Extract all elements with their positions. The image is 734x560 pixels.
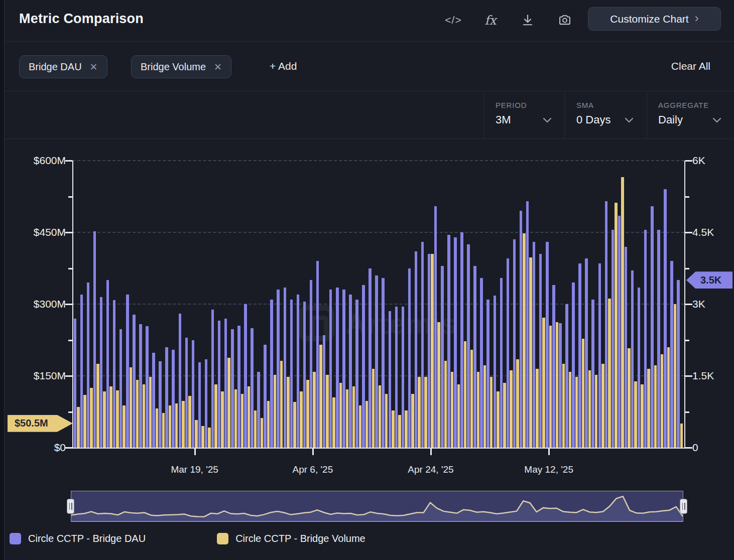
volume-bar[interactable]	[96, 364, 99, 448]
volume-bar[interactable]	[195, 420, 198, 448]
dau-bar[interactable]	[408, 268, 411, 448]
dau-bar[interactable]	[139, 324, 142, 448]
bar-group[interactable]	[408, 161, 414, 448]
bar-group[interactable]	[388, 161, 395, 448]
volume-bar[interactable]	[130, 367, 133, 448]
dau-bar[interactable]	[631, 270, 634, 448]
dau-bar[interactable]	[87, 283, 90, 448]
volume-bar[interactable]	[457, 384, 460, 448]
dau-bar[interactable]	[395, 307, 398, 448]
bar-group[interactable]	[309, 161, 316, 448]
clear-all-button[interactable]: Clear All	[671, 60, 710, 72]
bar-group[interactable]	[165, 161, 172, 448]
bar-group[interactable]	[336, 161, 342, 448]
dau-bar[interactable]	[74, 319, 77, 448]
bar-group[interactable]	[375, 161, 382, 448]
dau-bar[interactable]	[211, 310, 214, 448]
dau-bar[interactable]	[559, 323, 562, 448]
bar-group[interactable]	[657, 161, 664, 448]
volume-bar[interactable]	[392, 410, 395, 448]
dau-bar[interactable]	[565, 304, 568, 448]
dau-bar[interactable]	[284, 288, 287, 448]
dau-bar[interactable]	[290, 300, 293, 448]
bar-group[interactable]	[172, 161, 178, 448]
bar-group[interactable]	[526, 161, 532, 448]
bar-group[interactable]	[106, 161, 112, 448]
bar-group[interactable]	[500, 161, 506, 448]
dau-bar[interactable]	[100, 297, 103, 448]
bar-group[interactable]	[237, 161, 244, 448]
bar-group[interactable]	[473, 161, 480, 448]
volume-bar[interactable]	[516, 359, 519, 448]
bar-group[interactable]	[277, 161, 283, 448]
dau-bar[interactable]	[611, 230, 615, 448]
bar-group[interactable]	[454, 161, 460, 448]
volume-bar[interactable]	[214, 384, 217, 448]
volume-bar[interactable]	[359, 405, 362, 448]
dau-bar[interactable]	[224, 319, 227, 448]
volume-bar[interactable]	[234, 389, 237, 448]
download-icon[interactable]	[519, 12, 536, 29]
volume-bar[interactable]	[326, 375, 329, 448]
dau-bar[interactable]	[494, 296, 497, 448]
volume-bar[interactable]	[182, 401, 185, 448]
dau-bar[interactable]	[507, 258, 510, 448]
dau-bar[interactable]	[303, 302, 306, 448]
bar-group[interactable]	[133, 161, 139, 448]
bar-group[interactable]	[93, 161, 99, 448]
bar-group[interactable]	[264, 161, 270, 448]
bar-group[interactable]	[565, 161, 572, 448]
navigator-left-handle[interactable]	[67, 499, 74, 514]
bar-group[interactable]	[624, 161, 631, 448]
volume-bar[interactable]	[103, 391, 106, 448]
bar-group[interactable]	[257, 161, 264, 448]
volume-bar[interactable]	[143, 384, 146, 448]
bar-group[interactable]	[506, 161, 513, 448]
dau-bar[interactable]	[486, 300, 490, 448]
customize-chart-button[interactable]: Customize Chart ›	[588, 7, 721, 31]
legend-item-bridge-volume[interactable]: Circle CCTP - Bridge Volume	[217, 533, 365, 544]
dau-bar[interactable]	[355, 300, 358, 448]
volume-bar[interactable]	[608, 299, 611, 448]
dau-bar[interactable]	[513, 239, 516, 448]
dau-bar[interactable]	[185, 338, 188, 448]
bar-group[interactable]	[644, 161, 650, 448]
metric-chip-bridge-volume[interactable]: Bridge Volume ✕	[131, 55, 231, 78]
volume-bar[interactable]	[306, 380, 309, 448]
bar-group[interactable]	[329, 161, 335, 448]
dau-bar[interactable]	[638, 288, 641, 448]
bar-group[interactable]	[552, 161, 559, 448]
dau-bar[interactable]	[625, 247, 628, 448]
volume-bar[interactable]	[647, 369, 650, 448]
formula-fx-icon[interactable]: fx	[482, 12, 499, 29]
metric-chip-bridge-dau[interactable]: Bridge DAU ✕	[19, 55, 107, 78]
bar-group[interactable]	[434, 161, 440, 448]
volume-bar[interactable]	[510, 370, 513, 448]
bar-group[interactable]	[519, 161, 526, 448]
volume-bar[interactable]	[451, 372, 454, 448]
volume-bar[interactable]	[267, 401, 270, 448]
volume-bar[interactable]	[562, 364, 565, 448]
dau-bar[interactable]	[585, 258, 588, 448]
bar-group[interactable]	[559, 161, 565, 448]
dau-bar[interactable]	[447, 235, 450, 448]
bar-group[interactable]	[513, 161, 519, 448]
volume-bar[interactable]	[169, 405, 172, 448]
volume-bar[interactable]	[483, 365, 486, 448]
volume-bar[interactable]	[109, 386, 112, 448]
volume-bar[interactable]	[674, 304, 677, 448]
dau-bar[interactable]	[539, 254, 542, 448]
bar-group[interactable]	[185, 161, 191, 448]
volume-bar[interactable]	[162, 413, 165, 448]
volume-bar[interactable]	[634, 381, 637, 448]
volume-bar[interactable]	[208, 428, 211, 448]
dau-bar[interactable]	[146, 326, 149, 448]
bar-group[interactable]	[217, 161, 224, 448]
volume-bar[interactable]	[287, 377, 290, 448]
volume-bar[interactable]	[582, 339, 585, 448]
dau-bar[interactable]	[598, 263, 601, 448]
dau-bar[interactable]	[159, 361, 162, 448]
dau-bar[interactable]	[270, 300, 273, 448]
dau-bar[interactable]	[591, 300, 594, 448]
bar-group[interactable]	[585, 161, 591, 448]
